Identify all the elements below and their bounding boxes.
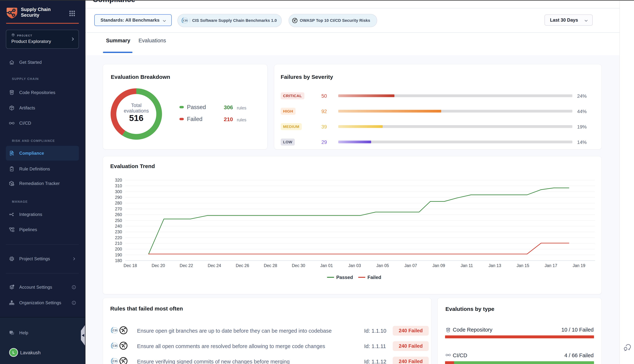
svg-text:?: ? bbox=[11, 331, 12, 334]
svg-text:210: 210 bbox=[115, 241, 122, 246]
svg-text:280: 280 bbox=[115, 201, 122, 206]
svg-text:310: 310 bbox=[115, 184, 122, 188]
svg-text:Jan 17: Jan 17 bbox=[545, 263, 557, 268]
svg-text:Dec 20: Dec 20 bbox=[152, 263, 165, 268]
svg-text:CIS: CIS bbox=[183, 19, 188, 22]
svg-text:Jan 03: Jan 03 bbox=[348, 263, 361, 268]
svg-text:Jan 15: Jan 15 bbox=[517, 263, 529, 268]
svg-text:Passed: Passed bbox=[336, 274, 353, 280]
svg-text:Dec 30: Dec 30 bbox=[292, 263, 305, 268]
svg-text:190: 190 bbox=[115, 252, 122, 257]
svg-text:260: 260 bbox=[115, 212, 122, 217]
svg-text:Jan 01: Jan 01 bbox=[320, 263, 333, 268]
svg-text:290: 290 bbox=[115, 195, 122, 200]
svg-text:Jan 07: Jan 07 bbox=[404, 263, 417, 268]
svg-text:Dec 18: Dec 18 bbox=[124, 263, 137, 268]
svg-text:Dec 28: Dec 28 bbox=[264, 263, 277, 268]
svg-text:Jan 19: Jan 19 bbox=[572, 263, 585, 268]
svg-text:250: 250 bbox=[115, 218, 122, 223]
svg-text:230: 230 bbox=[115, 230, 122, 234]
svg-text:Jan 13: Jan 13 bbox=[489, 263, 501, 268]
svg-text:Dec 22: Dec 22 bbox=[180, 263, 193, 268]
svg-text:200: 200 bbox=[115, 247, 122, 252]
svg-text:CIS: CIS bbox=[113, 329, 118, 332]
svg-text:270: 270 bbox=[115, 206, 122, 211]
svg-text:Jan 09: Jan 09 bbox=[432, 263, 445, 268]
svg-text:CIS: CIS bbox=[113, 360, 118, 363]
svg-text:Jan 05: Jan 05 bbox=[376, 263, 389, 268]
svg-text:Failed: Failed bbox=[368, 274, 381, 280]
svg-text:CIS: CIS bbox=[113, 344, 118, 347]
svg-text:Dec 24: Dec 24 bbox=[208, 263, 221, 268]
svg-text:Jan 11: Jan 11 bbox=[461, 263, 473, 268]
svg-text:240: 240 bbox=[115, 224, 122, 228]
svg-text:Dec 26: Dec 26 bbox=[236, 263, 249, 268]
svg-text:220: 220 bbox=[115, 235, 122, 240]
svg-text:180: 180 bbox=[115, 258, 122, 263]
svg-text:300: 300 bbox=[115, 189, 122, 194]
svg-text:320: 320 bbox=[115, 178, 122, 182]
